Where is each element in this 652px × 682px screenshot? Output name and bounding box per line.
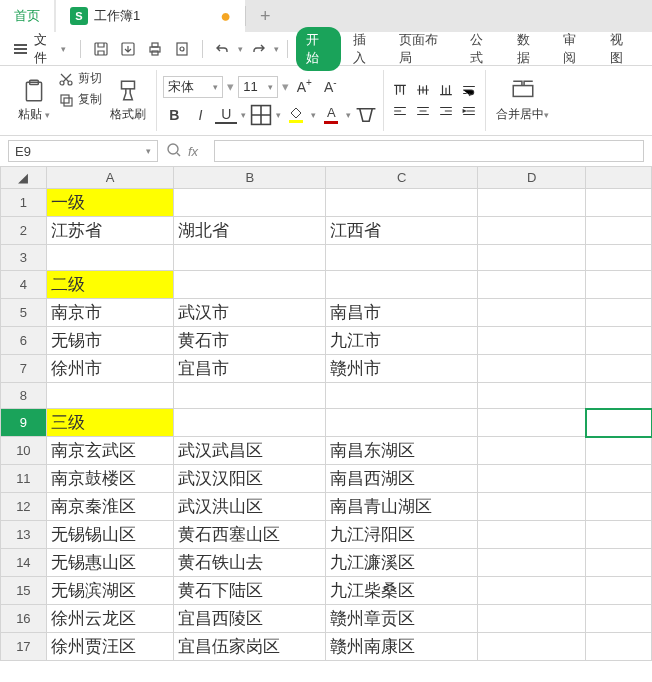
cell[interactable] xyxy=(478,577,586,605)
cell[interactable] xyxy=(478,437,586,465)
row-header-6[interactable]: 6 xyxy=(1,327,47,355)
cell[interactable]: 无锡锡山区 xyxy=(46,521,174,549)
cell[interactable]: 无锡惠山区 xyxy=(46,549,174,577)
cell[interactable]: 南昌青山湖区 xyxy=(326,493,478,521)
cell[interactable]: 二级 xyxy=(46,271,174,299)
cell[interactable]: 赣州南康区 xyxy=(326,633,478,661)
cell[interactable]: 南京鼓楼区 xyxy=(46,465,174,493)
cell[interactable]: 无锡市 xyxy=(46,327,174,355)
row-header-10[interactable]: 10 xyxy=(1,437,47,465)
save-button[interactable] xyxy=(89,37,112,61)
italic-button[interactable]: I xyxy=(189,104,211,126)
ribbon-tab-0[interactable]: 开始 xyxy=(296,27,340,71)
align-left-button[interactable] xyxy=(390,102,410,120)
row-header-11[interactable]: 11 xyxy=(1,465,47,493)
cell[interactable] xyxy=(46,245,174,271)
cell[interactable]: 宜昌市 xyxy=(174,355,326,383)
cell[interactable]: 一级 xyxy=(46,189,174,217)
row-header-9[interactable]: 9 xyxy=(1,409,47,437)
file-menu[interactable]: 文件 ▾ xyxy=(8,28,72,70)
cell[interactable]: 湖北省 xyxy=(174,217,326,245)
clear-format-button[interactable] xyxy=(355,104,377,126)
cell[interactable]: 赣州市 xyxy=(326,355,478,383)
name-box[interactable]: E9 ▾ xyxy=(8,140,158,162)
cell[interactable]: 武汉汉阳区 xyxy=(174,465,326,493)
ribbon-tab-4[interactable]: 数据 xyxy=(507,27,551,71)
cell[interactable]: 南京玄武区 xyxy=(46,437,174,465)
increase-font-button[interactable]: A+ xyxy=(293,76,315,98)
cell[interactable] xyxy=(586,493,652,521)
formula-input[interactable] xyxy=(214,140,644,162)
ribbon-tab-1[interactable]: 插入 xyxy=(343,27,387,71)
cell[interactable] xyxy=(586,299,652,327)
row-header-16[interactable]: 16 xyxy=(1,605,47,633)
cell[interactable] xyxy=(326,409,478,437)
print-preview-button[interactable] xyxy=(171,37,194,61)
bold-button[interactable]: B xyxy=(163,104,185,126)
print-button[interactable] xyxy=(144,37,167,61)
indent-button[interactable] xyxy=(459,102,479,120)
cut-button[interactable]: 剪切 xyxy=(58,70,102,87)
cell[interactable] xyxy=(174,409,326,437)
cell[interactable] xyxy=(586,465,652,493)
cell[interactable]: 黄石铁山去 xyxy=(174,549,326,577)
copy-button[interactable]: 复制 xyxy=(58,91,102,108)
fx-label[interactable]: fx xyxy=(188,144,198,159)
cell[interactable]: 宜昌伍家岗区 xyxy=(174,633,326,661)
cell[interactable] xyxy=(586,355,652,383)
column-header-A[interactable]: A xyxy=(46,167,174,189)
row-header-12[interactable]: 12 xyxy=(1,493,47,521)
cell[interactable] xyxy=(478,299,586,327)
cell[interactable]: 九江柴桑区 xyxy=(326,577,478,605)
align-bottom-button[interactable] xyxy=(436,81,456,99)
cell[interactable]: 无锡滨湖区 xyxy=(46,577,174,605)
cell[interactable]: 江苏省 xyxy=(46,217,174,245)
row-header-13[interactable]: 13 xyxy=(1,521,47,549)
cell[interactable] xyxy=(586,577,652,605)
cell[interactable]: 南昌市 xyxy=(326,299,478,327)
cell[interactable] xyxy=(478,245,586,271)
cell[interactable] xyxy=(586,437,652,465)
insert-function-icon[interactable] xyxy=(166,142,182,161)
align-middle-button[interactable] xyxy=(413,81,433,99)
cell[interactable] xyxy=(326,271,478,299)
cell[interactable] xyxy=(478,633,586,661)
underline-button[interactable]: U xyxy=(215,106,237,124)
decrease-font-button[interactable]: A- xyxy=(319,76,341,98)
cell[interactable] xyxy=(174,189,326,217)
row-header-5[interactable]: 5 xyxy=(1,299,47,327)
cell[interactable] xyxy=(174,271,326,299)
cell[interactable]: 武汉市 xyxy=(174,299,326,327)
cell[interactable] xyxy=(586,549,652,577)
cell[interactable] xyxy=(586,633,652,661)
cell[interactable]: 江西省 xyxy=(326,217,478,245)
row-header-1[interactable]: 1 xyxy=(1,189,47,217)
wrap-text-button[interactable] xyxy=(459,81,479,99)
cell[interactable] xyxy=(586,521,652,549)
cell[interactable] xyxy=(478,465,586,493)
undo-dropdown[interactable]: ▾ xyxy=(238,44,243,54)
ribbon-tab-6[interactable]: 视图 xyxy=(600,27,644,71)
cell[interactable]: 徐州市 xyxy=(46,355,174,383)
cell[interactable] xyxy=(478,217,586,245)
cell[interactable] xyxy=(174,383,326,409)
export-button[interactable] xyxy=(116,37,139,61)
cell[interactable]: 九江市 xyxy=(326,327,478,355)
borders-button[interactable] xyxy=(250,104,272,126)
cell[interactable]: 黄石西塞山区 xyxy=(174,521,326,549)
cell[interactable] xyxy=(478,493,586,521)
cell[interactable] xyxy=(586,383,652,409)
row-header-17[interactable]: 17 xyxy=(1,633,47,661)
cell[interactable]: 黄石下陆区 xyxy=(174,577,326,605)
cell[interactable] xyxy=(174,245,326,271)
grid[interactable]: ◢ABCD 1一级2江苏省湖北省江西省34二级5南京市武汉市南昌市6无锡市黄石市… xyxy=(0,166,652,661)
cell[interactable]: 南京秦淮区 xyxy=(46,493,174,521)
merge-center-button[interactable]: 合并居中▾ xyxy=(492,78,553,123)
row-header-3[interactable]: 3 xyxy=(1,245,47,271)
cell[interactable] xyxy=(478,189,586,217)
cell[interactable] xyxy=(586,327,652,355)
cell[interactable] xyxy=(586,245,652,271)
cell[interactable]: 南京市 xyxy=(46,299,174,327)
row-header-4[interactable]: 4 xyxy=(1,271,47,299)
cell[interactable] xyxy=(586,189,652,217)
